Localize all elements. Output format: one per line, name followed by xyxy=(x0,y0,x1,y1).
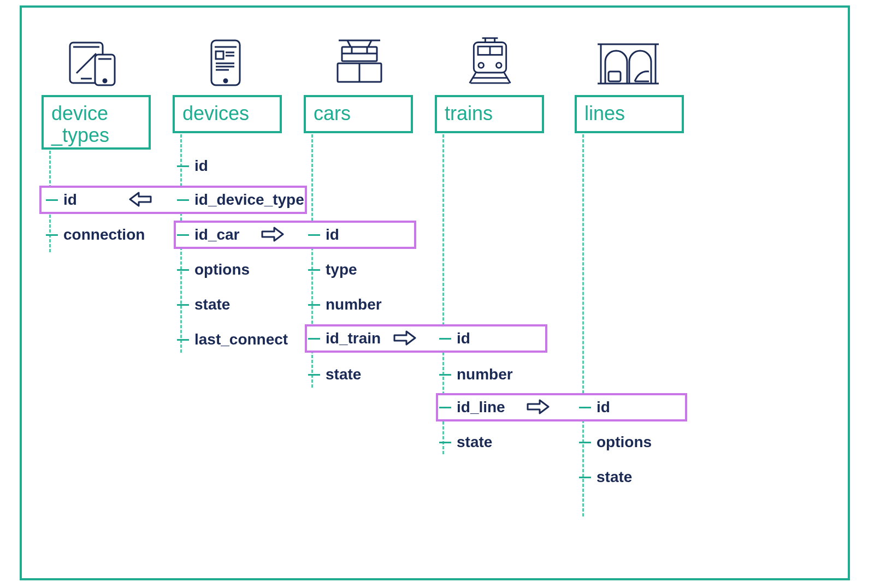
svg-point-6 xyxy=(103,79,107,82)
field-devices-last-connect: last_connect xyxy=(177,331,288,348)
field-label: state xyxy=(326,366,361,383)
field-devices-state: state xyxy=(177,296,230,313)
station-icon xyxy=(595,39,661,88)
entity-label: _types xyxy=(51,124,141,146)
field-trains-number: number xyxy=(439,366,513,383)
device-icon xyxy=(204,38,247,87)
field-trains-id: id xyxy=(439,330,470,347)
tick-icon xyxy=(439,374,451,376)
field-label: id xyxy=(597,399,610,416)
field-trains-id-line: id_line xyxy=(439,399,505,416)
tick-icon xyxy=(439,407,451,408)
svg-point-31 xyxy=(479,63,484,68)
field-label: connection xyxy=(63,226,145,243)
field-cars-id-train: id_train xyxy=(308,330,381,347)
field-devices-id: id xyxy=(177,157,208,175)
field-label: id_line xyxy=(457,399,505,416)
field-label: options xyxy=(194,261,250,278)
field-label: number xyxy=(326,296,382,313)
field-label: id xyxy=(457,330,470,347)
field-lines-state: state xyxy=(579,468,632,486)
tram-car-icon xyxy=(334,37,385,86)
field-cars-type: type xyxy=(308,261,357,278)
field-device-types-id: id xyxy=(46,191,77,209)
field-label: id xyxy=(326,226,339,243)
field-lines-id: id xyxy=(579,399,610,416)
svg-line-18 xyxy=(368,40,371,47)
svg-rect-41 xyxy=(609,72,621,81)
tick-icon xyxy=(46,199,58,201)
tick-icon xyxy=(177,234,189,236)
entity-trains: trains xyxy=(435,95,544,133)
tick-icon xyxy=(308,304,320,306)
tick-icon xyxy=(579,477,591,478)
field-label: id_device_type xyxy=(194,191,304,209)
field-label: id_train xyxy=(326,330,381,347)
tick-icon xyxy=(46,234,58,236)
svg-point-32 xyxy=(496,63,501,68)
field-cars-id: id xyxy=(308,226,339,243)
field-label: id_car xyxy=(194,226,240,243)
arrow-right-icon xyxy=(261,226,284,242)
connector-line xyxy=(582,134,584,516)
field-label: last_connect xyxy=(194,331,288,348)
field-label: id xyxy=(194,157,208,175)
tick-icon xyxy=(308,374,320,376)
tick-icon xyxy=(308,234,320,236)
train-icon xyxy=(465,36,515,85)
tick-icon xyxy=(439,442,451,443)
tick-icon xyxy=(177,269,189,271)
field-trains-state: state xyxy=(439,433,492,451)
field-cars-state: state xyxy=(308,366,361,383)
field-label: options xyxy=(597,433,652,451)
entity-label: lines xyxy=(584,103,674,124)
field-device-types-connection: connection xyxy=(46,226,145,243)
arrow-left-icon xyxy=(129,191,152,207)
field-label: type xyxy=(326,261,357,278)
entity-devices: devices xyxy=(173,95,282,133)
svg-line-3 xyxy=(76,54,96,73)
devices-group-icon xyxy=(64,39,130,88)
arrow-right-icon xyxy=(393,330,416,346)
svg-rect-10 xyxy=(216,51,223,59)
diagram-frame: device _types devices cars trains lines … xyxy=(20,5,850,580)
field-label: state xyxy=(457,433,492,451)
entity-cars: cars xyxy=(304,95,413,133)
tick-icon xyxy=(177,199,189,201)
tick-icon xyxy=(177,304,189,306)
svg-line-17 xyxy=(347,40,351,47)
field-devices-id-device-type: id_device_type xyxy=(177,191,304,209)
entity-lines: lines xyxy=(575,95,684,133)
svg-point-9 xyxy=(224,79,227,82)
tick-icon xyxy=(439,338,451,340)
field-label: state xyxy=(194,296,230,313)
entity-label: trains xyxy=(445,103,534,124)
field-label: number xyxy=(457,366,513,383)
tick-icon xyxy=(579,442,591,443)
field-devices-options: options xyxy=(177,261,250,278)
diagram-canvas: device _types devices cars trains lines … xyxy=(22,8,848,578)
field-lines-options: options xyxy=(579,433,652,451)
entity-label: cars xyxy=(314,103,403,124)
tick-icon xyxy=(308,338,320,340)
tick-icon xyxy=(177,339,189,341)
field-label: state xyxy=(597,468,632,486)
field-cars-number: number xyxy=(308,296,382,313)
field-devices-id-car: id_car xyxy=(177,226,240,243)
entity-label: devices xyxy=(182,103,272,124)
arrow-right-icon xyxy=(527,399,550,415)
entity-label: device xyxy=(51,103,141,124)
tick-icon xyxy=(308,269,320,271)
field-label: id xyxy=(63,191,77,209)
entity-device-types: device _types xyxy=(42,95,151,150)
tick-icon xyxy=(177,165,189,167)
tick-icon xyxy=(579,407,591,408)
